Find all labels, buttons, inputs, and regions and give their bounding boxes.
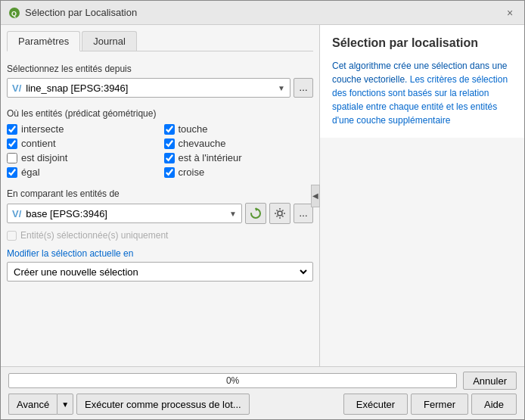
dialog-title: Sélection par Localisation — [25, 7, 137, 18]
checkbox-croise[interactable]: croise — [164, 166, 314, 178]
right-panel-title: Sélection par localisation — [332, 36, 512, 51]
title-bar: Q Sélection par Localisation × — [1, 1, 524, 25]
avance-dropdown-button[interactable]: ▼ — [57, 394, 73, 415]
checkbox-croise-input[interactable] — [164, 167, 175, 178]
checkbox-chevauche[interactable]: chevauche — [164, 138, 314, 149]
panel-collapse-button[interactable]: ◀ — [311, 185, 320, 207]
entities-selected-checkbox[interactable] — [7, 231, 17, 241]
right-panel-description: Cet algorithme crée une sélection dans u… — [332, 59, 512, 127]
checkbox-intersecte-label: intersecte — [21, 123, 64, 135]
progress-row: 0% Annuler — [8, 372, 517, 390]
checkbox-touche-label: touche — [179, 123, 208, 135]
close-button[interactable]: × — [503, 6, 517, 20]
checkbox-chevauche-label: chevauche — [179, 138, 226, 149]
modify-section: Modifier la sélection actuelle en Créer … — [7, 248, 313, 288]
checkbox-est-interieur[interactable]: est à l'intérieur — [164, 152, 314, 163]
left-panel: Paramètres Journal Sélectionnez les enti… — [1, 25, 320, 366]
checkbox-croise-label: croise — [179, 166, 205, 178]
checkbox-est-disjoint-label: est disjoint — [21, 152, 67, 163]
entities-value: line_snap [EPSG:3946] — [26, 82, 128, 94]
compare-label: En comparant les entités de — [7, 188, 313, 199]
checkbox-contient-label: contient — [21, 138, 56, 149]
entities-select-row: V/ line_snap [EPSG:3946] ▼ … — [7, 78, 313, 98]
checkbox-grid: intersecte touche contient chevauche est… — [7, 123, 313, 178]
checkbox-contient-input[interactable] — [7, 138, 17, 149]
entities-selected-label: Entité(s) sélectionnée(s) uniquement — [20, 230, 168, 241]
dialog: Q Sélection par Localisation × Paramètre… — [0, 0, 525, 420]
right-wrapper: ◀ Sélection par localisation Cet algorit… — [320, 25, 524, 366]
avance-main-button[interactable]: Avancé — [8, 394, 57, 415]
modify-label: Modifier la sélection actuelle en — [7, 248, 313, 259]
checkbox-touche[interactable]: touche — [164, 123, 314, 135]
bottom-bar: 0% Annuler Avancé ▼ Exécuter comme proce… — [1, 366, 524, 419]
cancel-button[interactable]: Annuler — [463, 372, 517, 390]
geometric-label: Où les entités (prédicat géométrique) — [7, 108, 313, 119]
tabs: Paramètres Journal — [7, 31, 313, 51]
close-dialog-button[interactable]: Fermer — [411, 394, 468, 415]
settings-icon — [274, 207, 286, 219]
checkbox-touche-input[interactable] — [164, 124, 175, 135]
tab-journal[interactable]: Journal — [82, 31, 137, 51]
tab-parametres[interactable]: Paramètres — [7, 31, 80, 51]
entities-select[interactable]: V/ line_snap [EPSG:3946] ▼ — [7, 78, 290, 98]
refresh-icon — [249, 207, 262, 220]
title-bar-left: Q Sélection par Localisation — [8, 7, 137, 19]
modify-select[interactable]: Créer une nouvelle sélectionAjouter à la… — [11, 266, 309, 278]
entities-selected-row: Entité(s) sélectionnée(s) uniquement — [7, 230, 313, 241]
checkbox-egal-label: égal — [21, 166, 40, 178]
checkbox-egal-input[interactable] — [7, 167, 17, 178]
avance-btn-group: Avancé ▼ — [8, 394, 73, 415]
progress-bar: 0% — [8, 373, 457, 388]
compare-select[interactable]: V/ base [EPSG:3946] ▼ — [7, 204, 242, 223]
compare-dropdown-arrow: ▼ — [229, 210, 237, 218]
help-button[interactable]: Aide — [471, 394, 517, 415]
entities-more-button[interactable]: … — [294, 78, 313, 98]
checkbox-contient[interactable]: contient — [7, 138, 157, 149]
checkbox-egal[interactable]: égal — [7, 166, 157, 178]
modify-select-row: Créer une nouvelle sélectionAjouter à la… — [7, 262, 313, 282]
layer-v-icon: V/ — [12, 82, 21, 94]
checkbox-est-interieur-label: est à l'intérieur — [179, 152, 242, 163]
exec-lot-button[interactable]: Exécuter comme processus de lot... — [76, 394, 250, 415]
checkbox-est-interieur-input[interactable] — [164, 153, 175, 163]
checkbox-intersecte[interactable]: intersecte — [7, 123, 157, 135]
compare-settings-button[interactable] — [269, 203, 290, 224]
bottom-buttons: Avancé ▼ Exécuter comme processus de lot… — [8, 394, 517, 415]
checkbox-chevauche-input[interactable] — [164, 138, 175, 149]
progress-label: 0% — [9, 375, 456, 386]
checkbox-intersecte-input[interactable] — [7, 124, 17, 135]
compare-refresh-button[interactable] — [245, 203, 266, 224]
compare-select-row: V/ base [EPSG:3946] ▼ — [7, 203, 313, 224]
dialog-body: Paramètres Journal Sélectionnez les enti… — [1, 25, 524, 366]
entities-dropdown-arrow: ▼ — [278, 84, 285, 92]
modify-select-wrapper[interactable]: Créer une nouvelle sélectionAjouter à la… — [7, 262, 313, 282]
checkbox-est-disjoint[interactable]: est disjoint — [7, 152, 157, 163]
compare-value: base [EPSG:3946] — [26, 208, 107, 219]
compare-layer-v-icon: V/ — [12, 208, 21, 219]
svg-text:Q: Q — [11, 10, 17, 17]
execute-button[interactable]: Exécuter — [343, 394, 408, 415]
qgis-icon: Q — [8, 7, 20, 19]
checkbox-est-disjoint-input[interactable] — [7, 153, 17, 163]
svg-point-3 — [278, 211, 282, 216]
right-panel: Sélection par localisation Cet algorithm… — [320, 25, 524, 138]
entities-label: Sélectionnez les entités depuis — [7, 64, 313, 74]
